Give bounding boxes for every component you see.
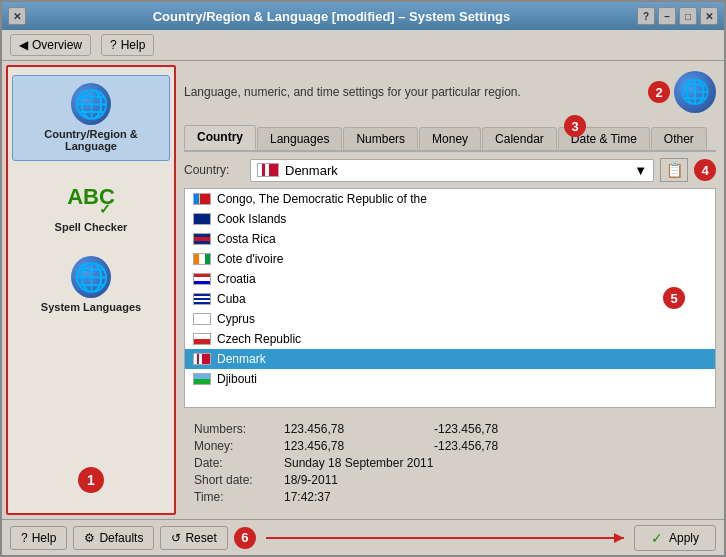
- country-list[interactable]: 5 Congo, The Democratic Republic of the …: [184, 188, 716, 408]
- tab-other[interactable]: Other: [651, 127, 707, 150]
- defaults-button[interactable]: ⚙ Defaults: [73, 526, 154, 550]
- copy-icon: 📋: [666, 162, 683, 178]
- list-item[interactable]: Croatia: [185, 269, 715, 289]
- flag-cy: [193, 313, 211, 325]
- time-label: Time:: [194, 490, 274, 504]
- defaults-label: Defaults: [99, 531, 143, 545]
- date-value: Sunday 18 September 2011: [284, 456, 433, 470]
- reset-button[interactable]: ↺ Reset: [160, 526, 227, 550]
- country-dropdown[interactable]: Denmark ▼: [250, 159, 654, 182]
- badge-2: 2: [648, 81, 670, 103]
- info-row-money: Money: 123.456,78 -123.456,78: [194, 439, 706, 453]
- tab-numbers[interactable]: Numbers: [343, 127, 418, 150]
- tab-calendar[interactable]: Calendar: [482, 127, 557, 150]
- help-icon[interactable]: ?: [637, 7, 655, 25]
- abc-icon: ABC✓: [71, 177, 111, 217]
- country-name: Cyprus: [217, 312, 255, 326]
- tab-country[interactable]: Country: [184, 125, 256, 150]
- country-select-area: Country: Denmark ▼ 📋 4: [184, 158, 716, 182]
- window-close-btn[interactable]: ✕: [700, 7, 718, 25]
- flag-ck: [193, 213, 211, 225]
- tab-languages[interactable]: Languages: [257, 127, 342, 150]
- list-item[interactable]: Cook Islands: [185, 209, 715, 229]
- sidebar-item-spell-checker[interactable]: ABC✓ Spell Checker: [12, 169, 170, 241]
- titlebar: ✕ Country/Region & Language [modified] –…: [2, 2, 724, 30]
- tab-money[interactable]: Money: [419, 127, 481, 150]
- badge-4: 4: [694, 159, 716, 181]
- flag-cz: [193, 333, 211, 345]
- overview-icon: ◀: [19, 38, 28, 52]
- money-negative: -123.456,78: [434, 439, 498, 453]
- country-name: Czech Republic: [217, 332, 301, 346]
- country-name: Cote d'ivoire: [217, 252, 283, 266]
- money-label: Money:: [194, 439, 274, 453]
- flag-dk-sm: [193, 353, 211, 365]
- country-value: Denmark: [285, 163, 338, 178]
- titlebar-left: ✕: [8, 7, 26, 25]
- sidebar-item-country-region[interactable]: 🌐 Country/Region &Language: [12, 75, 170, 161]
- country-field-label: Country:: [184, 163, 244, 177]
- country-name: Cuba: [217, 292, 246, 306]
- numbers-negative: -123.456,78: [434, 422, 498, 436]
- info-row-numbers: Numbers: 123.456,78 -123.456,78: [194, 422, 706, 436]
- copy-button[interactable]: 📋: [660, 158, 688, 182]
- help-icon: ?: [110, 38, 117, 52]
- info-section: Numbers: 123.456,78 -123.456,78 Money: 1…: [184, 416, 716, 513]
- country-name: Denmark: [217, 352, 266, 366]
- dropdown-arrow: ▼: [634, 163, 647, 178]
- maximize-btn[interactable]: □: [679, 7, 697, 25]
- list-item[interactable]: Cote d'ivoire: [185, 249, 715, 269]
- list-item-selected[interactable]: Denmark: [185, 349, 715, 369]
- overview-button[interactable]: ◀ Overview: [10, 34, 91, 56]
- reset-icon: ↺: [171, 531, 181, 545]
- list-item[interactable]: Cuba: [185, 289, 715, 309]
- help-button[interactable]: ? Help: [101, 34, 154, 56]
- flag-cr: [193, 233, 211, 245]
- short-date-value: 18/9-2011: [284, 473, 424, 487]
- content-area: 1 🌐 Country/Region &Language ABC✓ Spell …: [2, 61, 724, 519]
- help-label: Help: [121, 38, 146, 52]
- numbers-positive: 123.456,78: [284, 422, 424, 436]
- statusbar: ? Help ⚙ Defaults ↺ Reset 6 ✓ Apply: [2, 519, 724, 555]
- minimize-btn[interactable]: –: [658, 7, 676, 25]
- info-row-date: Date: Sunday 18 September 2011: [194, 456, 706, 470]
- list-item[interactable]: Congo, The Democratic Republic of the: [185, 189, 715, 209]
- list-item[interactable]: Costa Rica: [185, 229, 715, 249]
- sidebar-label-spell: Spell Checker: [55, 221, 128, 233]
- sidebar-item-system-languages[interactable]: 🌐 System Languages: [12, 249, 170, 321]
- flag-dj: [193, 373, 211, 385]
- badge-1: 1: [78, 467, 104, 493]
- help-status-icon: ?: [21, 531, 28, 545]
- globe-icon-2: 🌐: [71, 257, 111, 297]
- list-item[interactable]: Czech Republic: [185, 329, 715, 349]
- description-area: Language, numeric, and time settings for…: [184, 67, 716, 117]
- country-dropdown-content: Denmark: [257, 163, 338, 178]
- info-row-short-date: Short date: 18/9-2011: [194, 473, 706, 487]
- short-date-label: Short date:: [194, 473, 274, 487]
- apply-button[interactable]: ✓ Apply: [634, 525, 716, 551]
- main-panel: Language, numeric, and time settings for…: [180, 61, 724, 519]
- globe-icon-1: 🌐: [71, 84, 111, 124]
- defaults-icon: ⚙: [84, 531, 95, 545]
- country-name: Croatia: [217, 272, 256, 286]
- info-row-time: Time: 17:42:37: [194, 490, 706, 504]
- list-item[interactable]: Djibouti: [185, 369, 715, 389]
- date-label: Date:: [194, 456, 274, 470]
- flag-cu: [193, 293, 211, 305]
- close-btn[interactable]: ✕: [8, 7, 26, 25]
- sidebar-label-syslang: System Languages: [41, 301, 141, 313]
- money-positive: 123.456,78: [284, 439, 424, 453]
- country-name: Djibouti: [217, 372, 257, 386]
- flag-cd: [193, 193, 211, 205]
- badge-5: 5: [663, 287, 685, 309]
- toolbar: ◀ Overview ? Help: [2, 30, 724, 61]
- help-status-button[interactable]: ? Help: [10, 526, 67, 550]
- arrow-right: [266, 537, 624, 539]
- badge2-area: 2 🌐: [648, 71, 716, 113]
- description-text: Language, numeric, and time settings for…: [184, 85, 648, 99]
- sidebar-label-country: Country/Region &Language: [44, 128, 138, 152]
- list-item[interactable]: Cyprus: [185, 309, 715, 329]
- country-name: Congo, The Democratic Republic of the: [217, 192, 427, 206]
- badge-6: 6: [234, 527, 256, 549]
- window-title: Country/Region & Language [modified] – S…: [153, 9, 511, 24]
